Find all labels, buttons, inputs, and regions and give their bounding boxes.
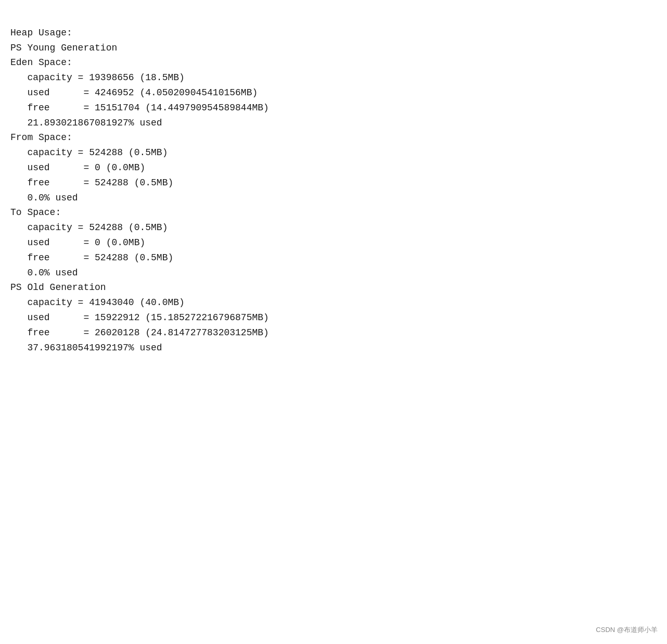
eden-percent: 21.893021867081927% used: [10, 116, 651, 131]
from-space-header: From Space:: [10, 130, 651, 145]
old-capacity: capacity = 41943040 (40.0MB): [10, 295, 651, 310]
from-free: free = 524288 (0.5MB): [10, 175, 651, 191]
old-used: used = 15922912 (15.185272216796875MB): [10, 310, 651, 325]
to-used: used = 0 (0.0MB): [10, 235, 651, 250]
from-used: used = 0 (0.0MB): [10, 160, 651, 175]
watermark: CSDN @布道师小羊: [596, 625, 658, 635]
heap-usage-content: Heap Usage:PS Young GenerationEden Space…: [10, 10, 651, 355]
eden-capacity: capacity = 19398656 (18.5MB): [10, 70, 651, 85]
to-space-header: To Space:: [10, 205, 651, 220]
ps-old-gen: PS Old Generation: [10, 280, 651, 295]
from-percent: 0.0% used: [10, 191, 651, 206]
to-capacity: capacity = 524288 (0.5MB): [10, 220, 651, 235]
from-capacity: capacity = 524288 (0.5MB): [10, 145, 651, 160]
eden-used: used = 4246952 (4.050209045410156MB): [10, 85, 651, 100]
old-percent: 37.963180541992197% used: [10, 340, 651, 356]
to-free: free = 524288 (0.5MB): [10, 250, 651, 266]
heap-usage-header: Heap Usage:: [10, 26, 651, 41]
ps-young-gen: PS Young Generation: [10, 41, 651, 56]
to-percent: 0.0% used: [10, 266, 651, 281]
eden-free: free = 15151704 (14.449790954589844MB): [10, 100, 651, 116]
old-free: free = 26020128 (24.814727783203125MB): [10, 325, 651, 340]
eden-space-header: Eden Space:: [10, 55, 651, 70]
